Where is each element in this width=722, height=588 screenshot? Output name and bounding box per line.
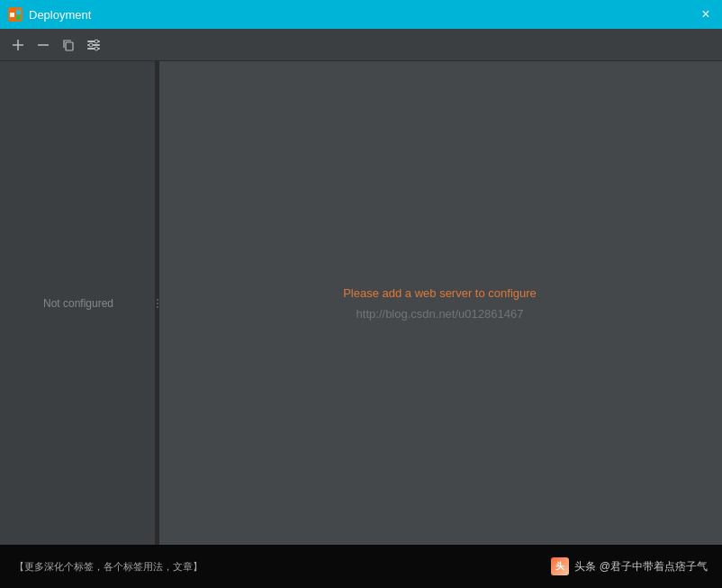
svg-point-10: [95, 47, 98, 50]
footer-left-text: 【更多深化个标签，各个标签用法，文章】: [14, 560, 203, 574]
resize-dot-2: [157, 303, 158, 304]
add-button[interactable]: [7, 34, 29, 56]
title-text: Deployment: [29, 8, 91, 22]
footer-brand-text: 头条 @君子中带着点痞子气: [574, 559, 708, 574]
deployment-icon: [7, 6, 23, 23]
resize-handle[interactable]: [155, 61, 159, 545]
svg-rect-2: [16, 10, 21, 14]
left-panel-content: Not configured: [0, 61, 157, 545]
left-panel: Not configured: [0, 61, 158, 545]
svg-rect-3: [16, 15, 21, 20]
close-button[interactable]: ×: [697, 5, 715, 23]
resize-dot-3: [157, 306, 158, 308]
svg-rect-4: [66, 42, 73, 50]
right-panel: Please add a web server to configure htt…: [158, 61, 722, 545]
content-area: Not configured Please add a web server t…: [0, 61, 722, 545]
toolbar: [0, 29, 722, 61]
footer-right: 头 头条 @君子中带着点痞子气: [551, 557, 708, 575]
resize-dots-indicator: [157, 299, 158, 308]
title-bar: Deployment ×: [0, 0, 722, 29]
footer-watermark: 【更多深化个标签，各个标签用法，文章】 头 头条 @君子中带着点痞子气: [0, 545, 722, 588]
brand-icon: 头: [551, 557, 569, 575]
svg-point-9: [89, 43, 93, 47]
remove-button[interactable]: [32, 34, 54, 56]
title-bar-left: Deployment: [7, 6, 91, 23]
settings-button[interactable]: [83, 34, 104, 56]
footer-area: 【更多深化个标签，各个标签用法，文章】 头 头条 @君子中带着点痞子气: [0, 545, 722, 588]
svg-rect-1: [10, 13, 14, 17]
not-configured-label: Not configured: [43, 297, 113, 310]
copy-button[interactable]: [58, 34, 79, 56]
resize-dot-1: [157, 299, 158, 301]
add-server-hint: Please add a web server to configure: [343, 286, 537, 300]
svg-point-8: [95, 40, 98, 43]
dialog-window: Deployment ×: [0, 0, 722, 588]
watermark-text: http://blog.csdn.net/u012861467: [356, 307, 524, 321]
